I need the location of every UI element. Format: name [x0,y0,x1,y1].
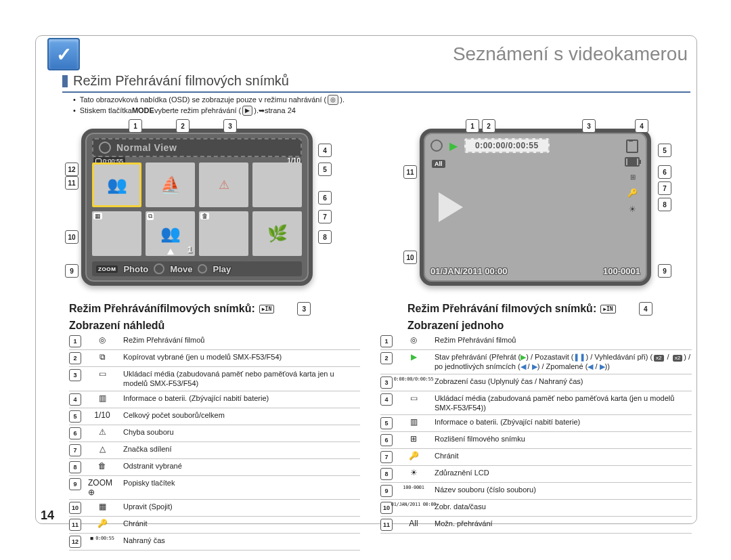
intro-line1b: ). [340,95,345,106]
time-counter: 0:00:00/0:00:55 [464,138,550,153]
footer-play: Play [213,264,231,274]
thumb-number: 1 [187,244,192,255]
legend-number: 4 [69,393,81,406]
thumbnail-cell[interactable]: ▦ [92,211,141,256]
legend-icon: ⧉ [88,352,116,362]
callout-badge: 5 [658,144,671,157]
legend-number: 9 [69,478,81,490]
legend-row: 9100-0001Název souboru (číslo souboru) [380,483,692,500]
play-status-icon: ▶ [449,139,458,152]
intro-line1a: Tato obrazovková nabídka (OSD) se zobraz… [80,95,326,106]
legend-text: Značka sdílení [123,444,360,454]
legend-icon: 🔑 [399,451,428,460]
callout-badge: 2 [176,119,190,133]
lcd-bottombar: 01/JAN/2011 00:00 100-0001 [430,266,640,276]
legend-row: 7🔑Chránit [380,449,692,466]
legend-icon: 1/10 [88,410,116,420]
legend-text: Název souboru (číslo souboru) [435,485,692,494]
plant-icon: 🌿 [267,224,288,243]
legend-number: 3 [69,369,81,381]
legend-row: 7△Značka sdílení [69,442,360,459]
legend-text: Chyba souboru [123,427,360,437]
subheading-single: Režim Přehrávání ﬁlmových snímků: ▶IN 4 … [407,302,678,332]
legend-number: 5 [69,410,81,423]
callout-badge: 3 [223,119,237,133]
page-ref-arrow: ➥ [259,106,265,116]
callout-badge: 10 [65,230,79,244]
thumbnail-cell[interactable]: ⛵ [146,163,195,207]
intro-line2c: ). [254,106,259,116]
legend-text: Zdůraznění LCD [435,468,692,477]
callout-badge: 1 [129,119,142,133]
ok-button-icon [198,264,207,274]
storage-icon [626,139,638,153]
legend-row: 12■ 0:00:55Nahraný čas [69,534,360,551]
legend-row: 10▦Upravit (Spojit) [69,500,360,517]
legend-icon: ▶ [399,352,428,362]
callout-badge: 6 [318,191,332,204]
date-time: 01/JAN/2011 00:00 [430,266,507,276]
legend-icon: ▭ [399,393,428,403]
right-icon-stack: ⊞ 🔑 ☀ [624,139,640,215]
battery-icon [625,157,640,167]
lcd-header-text: Normal View [116,142,177,153]
lcd-enhance-icon: ☀ [624,203,640,215]
lcd-thumbnail-view: Normal View 0:00:55 1/10 👥 ⛵ ⚠ ▦ 👥 ⧉ 1 🗑… [81,129,313,286]
legend-text: Kopírovat vybrané (jen u modelů SMX-F53/… [123,352,360,362]
protect-icon: 🔑 [624,187,640,199]
callout-badge: 12 [65,163,79,176]
edit-icon: ▦ [93,213,102,219]
section-title: Režim Přehrávání filmových snímků [73,73,289,89]
legend-number: 4 [380,393,393,406]
thumbnail-cell[interactable]: 👥 [92,163,141,207]
joystick-icon [154,263,164,274]
legend-text: Celkový počet souborů/celkem [123,410,360,420]
warning-icon: ⚠ [219,177,229,192]
callout-badge: 4 [318,144,332,157]
legend-number: 12 [69,536,81,548]
subheading-line2: Zobrazení náhledů [69,320,340,332]
thumbnail-cell[interactable]: 👥 ⧉ 1 [146,211,195,256]
legend-number: 8 [380,468,393,480]
legend-text: Rozlišení filmového snímku [435,434,692,444]
page-number: 14 [41,509,54,523]
storage-in-icon: ▶IN [259,305,274,314]
playback-mode-icon [99,142,111,154]
play-overlay-icon [439,192,463,222]
legend-row: 11AllMožn. přehrávání [380,517,692,534]
legend-number: 3 [380,376,393,389]
bullet-dot: • [73,95,76,106]
legend-icon: ◎ [399,335,428,345]
legend-icon: 01/JAN/2011 00:00 [399,502,428,507]
chapter-title: Seznámení s videokamerou [453,43,688,65]
legend-icon: ▭ [88,369,116,379]
callout-badge: 5 [318,163,332,176]
legend-number: 10 [69,502,81,514]
thumbnail-cell[interactable]: 🗑 [199,211,248,256]
thumbnail-cell[interactable]: ⚠ [199,163,248,207]
callout-badge: 3 [297,302,311,316]
subheading-line1: Režim Přehráváníﬁlmových snímků: [69,303,255,315]
legend-number: 9 [380,485,393,497]
sailboat-icon: ⛵ [160,175,181,194]
thumbnail-grid: 👥 ⛵ ⚠ ▦ 👥 ⧉ 1 🗑 🌿 [92,163,302,256]
thumbnail-cell[interactable]: 🌿 [252,211,302,256]
legend-text: Chránit [123,519,360,528]
lcd-header: Normal View [92,138,302,157]
thumbnail-cell[interactable] [252,163,302,207]
callout-badge: 7 [318,210,332,223]
legend-row: 3▭Ukládací média (zabudovaná paměť nebo … [69,367,360,391]
section-bullet [62,75,68,87]
legend-text: Upravit (Spojit) [123,502,360,511]
lcd-footer: ZOOM Photo Move Play [92,261,302,276]
intro-text: • Tato obrazovková nabídka (OSD) se zobr… [69,95,345,116]
legend-row: 2▶Stav přehrávání (Přehrát (▶) / Pozasta… [380,350,692,374]
legend-icon: 100-0001 [399,485,428,490]
legend-icon: ⊞ [399,434,428,444]
legend-row: 6⚠Chyba souboru [69,425,360,442]
legend-row: 1001/JAN/2011 00:00Zobr. data/času [380,500,692,517]
legend-table-right: 1◎Režim Přehrávání filmoů2▶Stav přehrává… [380,333,692,534]
legend-text: Režim Přehrávání filmoů [123,335,360,345]
callout-badge: 4 [639,302,652,316]
callout-badge: 9 [658,264,671,278]
